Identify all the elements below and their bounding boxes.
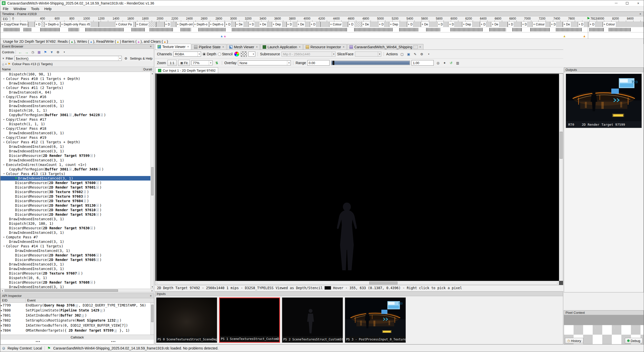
resource-link-icon[interactable]: ↗ [90,281,93,284]
resource-name[interactable]: Query Heap 3766 [44,303,75,307]
resource-name[interactable]: 2D Render Target 97605 [49,257,96,262]
expander-icon[interactable]: ▸ [1,328,3,333]
radio-on-icon[interactable] [203,53,206,56]
flip-y-button[interactable]: ⇅ [214,60,220,65]
autofit-icon[interactable]: ✦ [442,60,447,65]
timeline-pass-segment[interactable]: + D [480,22,491,27]
tab-overflow-icon[interactable]: ⋯ [414,45,418,49]
scrollbar-thumb[interactable] [151,305,153,322]
event-row[interactable]: CopyBufferRegion(Buffer 3861↗, Buffer 94… [1,113,150,117]
tab-texture-viewer[interactable]: Texture Viewer× [155,44,191,50]
actions-dropdown-icon[interactable]: ▾ [426,52,431,57]
event-row[interactable]: DrawIndexedInstanced(3, 1) [1,230,150,235]
expander-icon[interactable]: ▸ [2,235,6,239]
callstack-header[interactable]: Callstack [1,335,154,340]
timeline-pass-segment[interactable]: + D [448,22,462,27]
timeline-close-icon[interactable]: × [638,12,642,16]
event-row[interactable]: DrawIndexedInstanced(3, 1) [1,285,150,289]
options-dropdown-icon[interactable]: ▾ [61,50,67,55]
statistics-icon[interactable]: ▦ [36,50,42,55]
resource-link-icon[interactable]: ↗ [116,319,119,322]
expander-icon[interactable]: ▸ [2,85,6,90]
expander-icon[interactable]: ▾ [2,171,6,176]
event-row[interactable]: ▸Colour Pass #10 (1 Targets + Depth) [1,76,150,81]
event-row[interactable]: DiscardResource(2D Render Target 97599↗) [1,153,150,158]
event-row[interactable]: DrawIndexedInstanced(3, 1) [1,99,150,104]
timeline-pass-segment[interactable]: + D [407,22,421,27]
expander-icon[interactable]: ▸ [1,303,3,308]
resource-name[interactable]: 2D Render Target 97626 [49,212,96,217]
output-caption[interactable]: RT0 2D Render Target 97599 [566,121,641,128]
timeline-pass-segment[interactable]: + Dep [462,22,480,27]
resource-name[interactable]: Buffer 3486 [74,167,98,171]
chevron-down-icon[interactable]: ▾ [5,63,7,65]
timeline-pass-segment[interactable]: + D [521,22,532,27]
expander-icon[interactable]: ▸ [2,76,6,81]
timeline-pass-segment[interactable]: + D [348,22,362,27]
resource-name[interactable]: 3D Texture 97602 [49,190,83,194]
go-next-icon[interactable]: → [24,50,29,55]
resource-name[interactable]: Buffer 3861 [45,113,68,117]
event-tree[interactable]: Dispatch(160, 90, 1)▸Colour Pass #10 (1 … [1,72,150,289]
histogram-icon[interactable]: ▥ [455,60,460,65]
resource-link-icon[interactable]: ↗ [82,314,84,317]
event-row[interactable]: DrawIndexedInstanced(3, 1) [1,81,150,85]
filter-settings-gear-icon[interactable]: ⚙ [123,56,129,61]
resource-name[interactable]: Buffer 3861 [45,167,68,171]
event-row[interactable]: DrawIndexedInstanced(3, 1) [1,158,150,162]
menu-tools[interactable]: Tools [28,7,42,11]
resource-name[interactable]: 2D Render Target 97606 [49,253,96,257]
debug-button[interactable]: Debug [625,338,642,343]
checkerboard-background-button[interactable] [241,51,247,57]
event-row[interactable]: Dispatch(10, 6, 1) [1,276,150,280]
event-row[interactable]: ▸ExecuteIndirect(maxCount 1, count <1>) [1,162,150,167]
timeline-pass-segment[interactable]: + De [563,22,578,27]
stencil-radio[interactable]: Stencil [218,52,233,56]
api-event-list[interactable]: ▸7799EndQuery(Query Heap 3766↗, D3D12_QU… [1,303,150,335]
timeline-pass-segment[interactable]: + De [421,22,437,27]
api-inspector-title-bar[interactable]: API Inspector × [1,294,154,298]
timeline-pass-segment[interactable]: + Depth-o [45,22,60,27]
usage-marker-icon[interactable]: ▲ [583,34,586,38]
reset-range-icon[interactable]: ↺ [448,60,454,65]
api-inspector-close-icon[interactable]: × [149,294,152,298]
timeline-pass-segment[interactable]: + Copy/Clear Pass #1 [1,22,28,27]
timeline-markers-row[interactable]: ▲▲▲▲ [1,32,643,39]
timeline-pass-segment[interactable]: + D [287,22,297,27]
usage-marker-icon[interactable]: ▲ [223,34,227,38]
expander-icon[interactable]: ▾ [2,244,6,248]
input-thumbnail[interactable]: PS 0 SceneTexturesStruct_SceneDepthTextu [156,297,217,343]
api-event-row[interactable]: ▸7799EndQuery(Query Heap 3766↗, D3D12_QU… [1,303,150,308]
event-row[interactable]: DrawIndexedInstanced(6, 1) [1,104,150,108]
api-event-row[interactable]: ▸7804OMSetRenderTargets({ 2D Render Targ… [1,328,150,333]
event-browser-vscrollbar[interactable]: ▲ ▼ [150,72,154,289]
save-icon[interactable]: ▣ [406,52,411,57]
scroll-up-icon[interactable]: ▲ [151,72,154,75]
go-previous-icon[interactable]: ← [17,50,23,55]
pixel-context-title-bar[interactable]: Pixel Context [564,311,643,315]
expander-icon[interactable]: ▸ [1,313,3,318]
expander-icon[interactable]: ▸ [2,135,6,140]
event-row[interactable]: DiscardResource(2D Render Target 97630↗) [1,226,150,230]
event-row[interactable]: Dispatch(10, 1, 1) [1,108,150,113]
timeline-pass-segment[interactable]: + D [378,22,389,27]
usage-marker-icon[interactable]: ▲ [220,34,223,38]
chevron-down-icon[interactable]: ▾ [118,56,122,61]
timeline-pass-segment[interactable]: + De [297,22,310,27]
resource-name[interactable]: 2D Render Target 97601 [49,185,96,190]
event-row[interactable]: DrawIndexedInstanced(3, 1) [1,131,150,135]
timeline-pass-segment[interactable]: + D [249,22,259,27]
event-row[interactable]: Dispatch(320, 180, 1) [1,221,150,226]
gamma-colorwheel-icon[interactable] [234,52,239,57]
timeline-pass-segment[interactable]: + Depth-o [209,22,225,27]
pixel-context-view[interactable]: ◷ History Debug [564,315,643,344]
chevron-down-icon[interactable]: ▾ [252,52,255,56]
event-row[interactable]: DrawIndexedInstanced(6, 1) [1,144,150,149]
resource-name[interactable]: 2D Render Target 97599 [43,153,90,158]
depth-radio[interactable]: Depth [203,52,216,56]
event-row[interactable]: DrawIndexedInstanced(3, 1) [1,149,150,153]
timeline-pass-segment[interactable]: + De [235,22,249,27]
timeline-pass-segment[interactable] [156,22,164,27]
sliceface-combobox[interactable]: ▾ [355,52,381,57]
event-row[interactable]: ▸Colour Pass #11 (2 Targets) [1,85,150,90]
